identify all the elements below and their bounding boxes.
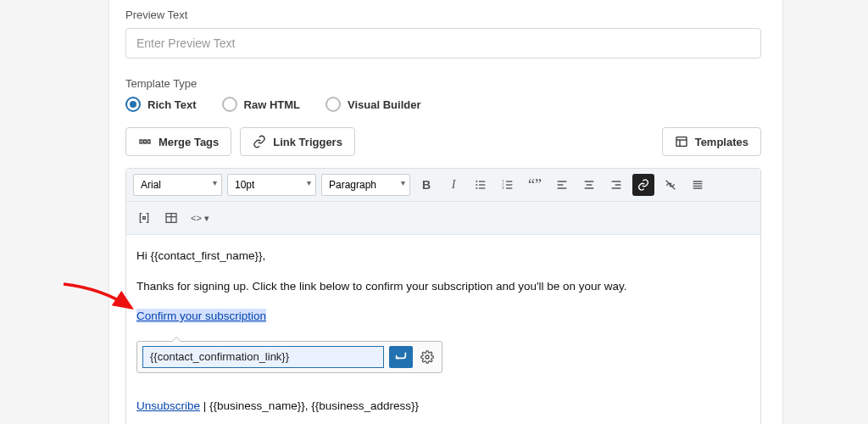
- font-family-select[interactable]: Arial: [133, 174, 222, 196]
- insert-link-button[interactable]: [632, 174, 654, 196]
- block-format-select[interactable]: Paragraph: [321, 174, 410, 196]
- preview-text-label: Preview Text: [125, 8, 761, 21]
- link-url-popup: [136, 341, 442, 373]
- footer-separator: |: [200, 399, 209, 412]
- confirm-subscription-link[interactable]: Confirm your subscription: [136, 309, 266, 323]
- svg-rect-17: [506, 187, 512, 188]
- editor-content[interactable]: Hi {{contact_first_name}}, Thanks for si…: [126, 235, 760, 424]
- svg-rect-1: [144, 140, 147, 143]
- unlink-button[interactable]: [659, 174, 682, 196]
- template-type-label: Template Type: [125, 77, 761, 90]
- body-intro: Thanks for signing up. Click the link be…: [136, 277, 750, 296]
- link-icon: [253, 135, 266, 148]
- button-label: Templates: [695, 136, 748, 148]
- radio-icon: [125, 97, 141, 112]
- svg-rect-13: [506, 181, 512, 181]
- radio-icon: [222, 97, 237, 112]
- svg-rect-9: [479, 184, 485, 185]
- apply-link-button[interactable]: [389, 346, 413, 368]
- link-url-input[interactable]: [142, 346, 384, 368]
- align-center-button[interactable]: [578, 174, 600, 196]
- svg-point-36: [426, 355, 429, 359]
- svg-rect-2: [147, 140, 150, 143]
- more-formatting-button[interactable]: [687, 174, 709, 196]
- svg-rect-11: [479, 187, 485, 188]
- radio-icon: [326, 97, 341, 112]
- insert-table-button[interactable]: [160, 207, 182, 229]
- font-size-select[interactable]: 10pt: [227, 174, 316, 196]
- button-label: Merge Tags: [159, 136, 219, 148]
- merge-tags-icon: [138, 135, 152, 148]
- svg-rect-15: [506, 184, 512, 185]
- italic-button[interactable]: I: [442, 174, 465, 196]
- insert-shortcode-button[interactable]: [133, 207, 155, 229]
- radio-rich-text[interactable]: Rich Text: [125, 97, 197, 112]
- gear-icon: [420, 350, 434, 364]
- link-triggers-button[interactable]: Link Triggers: [240, 127, 355, 156]
- rich-text-editor: Arial 10pt Paragraph B I 123 “” <> ▾ Hi …: [125, 168, 761, 424]
- svg-rect-3: [676, 137, 687, 147]
- template-type-group: Rich Text Raw HTML Visual Builder: [125, 97, 761, 112]
- align-left-button[interactable]: [551, 174, 573, 196]
- bold-button[interactable]: B: [415, 174, 437, 196]
- templates-button[interactable]: Templates: [662, 127, 761, 156]
- align-right-button[interactable]: [605, 174, 627, 196]
- footer-tokens: {{business_name}}, {{business_address}}: [209, 399, 419, 412]
- radio-label: Visual Builder: [348, 98, 420, 111]
- svg-rect-7: [479, 181, 485, 181]
- bullet-list-button[interactable]: [470, 174, 492, 196]
- source-code-button[interactable]: <> ▾: [187, 207, 213, 229]
- enter-icon: [394, 350, 408, 364]
- svg-point-8: [476, 184, 477, 186]
- form-panel: Preview Text Template Type Rich Text Raw…: [125, 0, 761, 424]
- action-button-row: Merge Tags Link Triggers Templates: [125, 127, 761, 156]
- svg-text:3: 3: [502, 186, 504, 190]
- svg-point-10: [476, 187, 477, 189]
- templates-icon: [675, 135, 688, 148]
- preview-text-input[interactable]: [125, 28, 761, 59]
- radio-label: Rich Text: [147, 98, 197, 111]
- editor-toolbar-row-1: Arial 10pt Paragraph B I 123 “”: [126, 169, 760, 202]
- editor-toolbar-row-2: <> ▾: [126, 202, 760, 235]
- radio-visual-builder[interactable]: Visual Builder: [326, 97, 420, 112]
- blockquote-button[interactable]: “”: [524, 174, 546, 196]
- svg-point-6: [476, 181, 477, 182]
- svg-rect-32: [143, 217, 146, 220]
- numbered-list-button[interactable]: 123: [497, 174, 519, 196]
- unsubscribe-link[interactable]: Unsubscribe: [136, 399, 200, 412]
- link-settings-button[interactable]: [418, 348, 437, 366]
- radio-label: Raw HTML: [244, 98, 300, 111]
- button-label: Link Triggers: [273, 136, 342, 148]
- radio-raw-html[interactable]: Raw HTML: [222, 97, 300, 112]
- svg-rect-0: [140, 140, 142, 143]
- merge-tags-button[interactable]: Merge Tags: [125, 127, 231, 156]
- body-greeting: Hi {{contact_first_name}},: [136, 247, 750, 265]
